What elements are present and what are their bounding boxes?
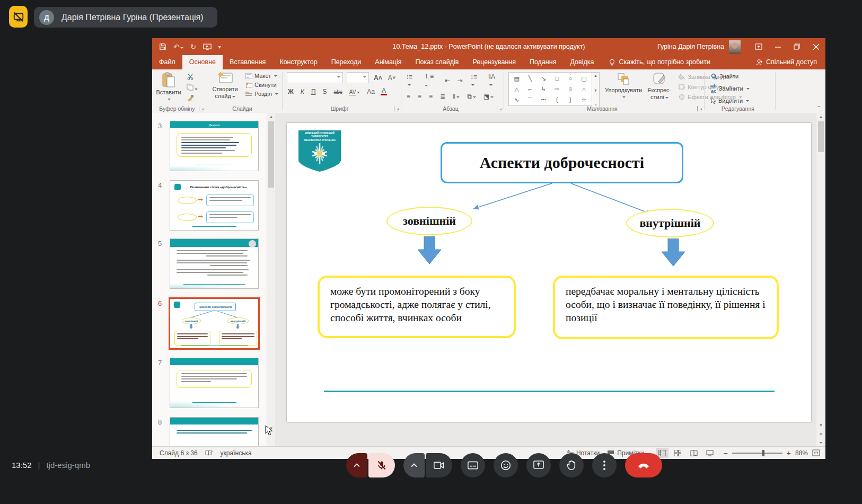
slide-counter[interactable]: Слайд 6 з 36 bbox=[160, 449, 198, 457]
close-button[interactable] bbox=[806, 38, 825, 55]
layout-button[interactable]: Макет bbox=[245, 73, 278, 79]
tab-animations[interactable]: Анімація bbox=[368, 55, 408, 69]
slide-divider-line[interactable] bbox=[324, 391, 775, 392]
editor-scroll-down[interactable]: ▼ bbox=[816, 421, 825, 429]
undo-icon[interactable]: ↶ bbox=[173, 43, 183, 51]
new-slide-button[interactable]: Створити слайд bbox=[210, 72, 240, 99]
language-indicator[interactable]: українська bbox=[221, 449, 252, 457]
bold-button[interactable]: Ж bbox=[287, 88, 295, 95]
decrease-indent-button[interactable]: ⇤ bbox=[444, 77, 451, 84]
captions-button[interactable] bbox=[461, 453, 485, 478]
paragraph-dialog-launcher[interactable] bbox=[497, 106, 502, 111]
raise-hand-button[interactable] bbox=[559, 453, 584, 478]
spellcheck-icon[interactable] bbox=[205, 449, 213, 457]
thumbnail-slide-7[interactable] bbox=[170, 358, 259, 408]
left-definition-box[interactable]: може бути промоніторений з боку громадсь… bbox=[318, 276, 516, 338]
tab-slideshow[interactable]: Показ слайдів bbox=[409, 55, 466, 69]
tab-insert[interactable]: Вставлення bbox=[223, 55, 272, 69]
bullets-button[interactable]: ⁝≡ bbox=[406, 73, 417, 88]
justify-button[interactable]: ≣ bbox=[439, 93, 446, 100]
editor-scroll-up[interactable]: ▲ bbox=[816, 113, 825, 120]
zoom-in-button[interactable]: + bbox=[787, 449, 791, 457]
select-button[interactable]: Виділити bbox=[711, 98, 750, 104]
zoom-out-button[interactable]: − bbox=[724, 449, 728, 457]
tab-view[interactable]: Подання bbox=[523, 55, 563, 69]
ribbon-display-options-button[interactable] bbox=[749, 38, 768, 55]
cut-icon[interactable] bbox=[187, 73, 198, 81]
screenshare-tile[interactable] bbox=[9, 6, 28, 28]
reading-view-button[interactable] bbox=[688, 448, 700, 458]
thumbnail-slide-4[interactable]: Позначення слова «доброчесність» bbox=[170, 180, 259, 231]
shapes-gallery[interactable]: ▤╲↘□○▢ △⌐↳⇨⇩⌂ ∿⌒〜{}☆ ▲▼≡ bbox=[508, 72, 600, 108]
editor-scrollbar-thumb[interactable] bbox=[818, 121, 824, 152]
italic-button[interactable]: К bbox=[300, 88, 305, 95]
section-button[interactable]: Розділ bbox=[245, 91, 278, 97]
shapes-gallery-scroll[interactable]: ▲▼≡ bbox=[592, 72, 600, 108]
arrange-button[interactable]: Упорядкувати bbox=[605, 72, 642, 100]
strikethrough-button[interactable]: S bbox=[322, 88, 328, 95]
zoom-slider-thumb[interactable] bbox=[762, 450, 764, 456]
columns-button[interactable]: ⫴ bbox=[452, 93, 461, 100]
thumbnail-slide-3[interactable]: Джерела bbox=[170, 121, 259, 171]
reset-button[interactable]: Скинути bbox=[245, 82, 278, 88]
font-name-combo[interactable] bbox=[287, 72, 343, 83]
redo-icon[interactable]: ↻ bbox=[190, 43, 196, 51]
font-color-button[interactable]: А bbox=[381, 88, 387, 95]
account-name[interactable]: Гуріна Дарія Петрівна bbox=[657, 43, 724, 50]
shrink-font-button[interactable]: А˅ bbox=[387, 74, 397, 82]
fit-to-window-icon[interactable] bbox=[812, 449, 820, 456]
thumbnail-slide-6[interactable]: Аспекти доброчесності зовнішній внутрішн… bbox=[169, 297, 260, 350]
scroll-up-button[interactable]: ▲ bbox=[267, 113, 275, 120]
reactions-button[interactable] bbox=[494, 453, 518, 478]
slide-sorter-view-button[interactable] bbox=[672, 448, 684, 458]
down-block-arrow-left[interactable] bbox=[417, 236, 442, 264]
smartart-convert-button[interactable]: ⬔ bbox=[482, 93, 495, 100]
thumbnail-slide-5[interactable] bbox=[170, 238, 259, 289]
tab-transitions[interactable]: Переходи bbox=[324, 55, 368, 69]
underline-button[interactable]: П bbox=[310, 88, 317, 95]
replace-button[interactable]: abacЗамінити bbox=[711, 83, 750, 94]
right-definition-box[interactable]: передбачає моральну і ментальну цілісніс… bbox=[553, 276, 779, 339]
text-shadow-button[interactable]: abc bbox=[333, 89, 344, 95]
tab-file[interactable]: Файл bbox=[152, 55, 182, 69]
text-direction-button[interactable]: ‖A bbox=[487, 73, 500, 88]
grow-font-button[interactable]: А˄ bbox=[373, 74, 383, 82]
tab-design[interactable]: Конструктор bbox=[272, 55, 324, 69]
slide-canvas[interactable]: КИЇВСЬКИЙ СТОЛИЧНИЙ УНІВЕРСИТЕТ ІМЕНІ БО… bbox=[287, 123, 811, 422]
paste-button[interactable]: Вставити bbox=[156, 72, 181, 102]
mic-options-button[interactable] bbox=[346, 453, 367, 478]
restore-button[interactable] bbox=[787, 38, 806, 55]
presenter-pill[interactable]: Д Дарія Петрівна Гуріна (Презентація) bbox=[34, 7, 217, 28]
account-photo[interactable] bbox=[729, 40, 741, 54]
tab-home[interactable]: Основне bbox=[182, 55, 223, 69]
font-dialog-launcher[interactable] bbox=[394, 106, 399, 111]
camera-options-button[interactable] bbox=[403, 453, 425, 478]
font-size-combo[interactable] bbox=[347, 72, 369, 83]
thumbnail-scrollbar[interactable]: ▲ ▼ bbox=[267, 113, 275, 447]
find-button[interactable]: Знайти bbox=[711, 73, 750, 79]
quick-styles-button[interactable]: Експрес-стилі bbox=[647, 72, 671, 100]
zoom-level[interactable]: 88% bbox=[795, 449, 808, 457]
share-button[interactable]: Спільний доступ bbox=[756, 55, 817, 69]
format-painter-icon[interactable] bbox=[187, 94, 198, 102]
collapse-ribbon-icon[interactable]: ⌃ bbox=[817, 105, 821, 111]
numbering-button[interactable]: ⒈≡ bbox=[423, 72, 438, 89]
align-center-button[interactable]: ≡ bbox=[417, 93, 423, 100]
start-slideshow-icon[interactable] bbox=[203, 43, 212, 50]
copy-icon[interactable] bbox=[187, 84, 198, 92]
down-block-arrow-right[interactable] bbox=[661, 238, 685, 266]
align-right-button[interactable]: ≡ bbox=[428, 93, 434, 100]
tab-help[interactable]: Довідка bbox=[563, 55, 601, 69]
more-options-button[interactable] bbox=[592, 453, 617, 478]
align-text-button[interactable]: ⧉ bbox=[466, 93, 477, 100]
thumbnail-slide-8[interactable] bbox=[170, 417, 259, 447]
right-branch-ellipse[interactable]: внутрішній bbox=[626, 209, 714, 237]
line-spacing-button[interactable]: ↕≡ bbox=[469, 73, 482, 88]
end-call-button[interactable] bbox=[625, 453, 662, 478]
slideshow-view-button[interactable] bbox=[703, 448, 716, 458]
tell-me-box[interactable]: Скажіть, що потрібно зробити bbox=[609, 55, 710, 69]
customize-qat-icon[interactable]: ▾ bbox=[218, 44, 221, 50]
align-left-button[interactable]: ≡ bbox=[406, 93, 411, 100]
mic-mute-button[interactable] bbox=[368, 453, 395, 478]
character-spacing-button[interactable]: AV bbox=[348, 89, 362, 95]
